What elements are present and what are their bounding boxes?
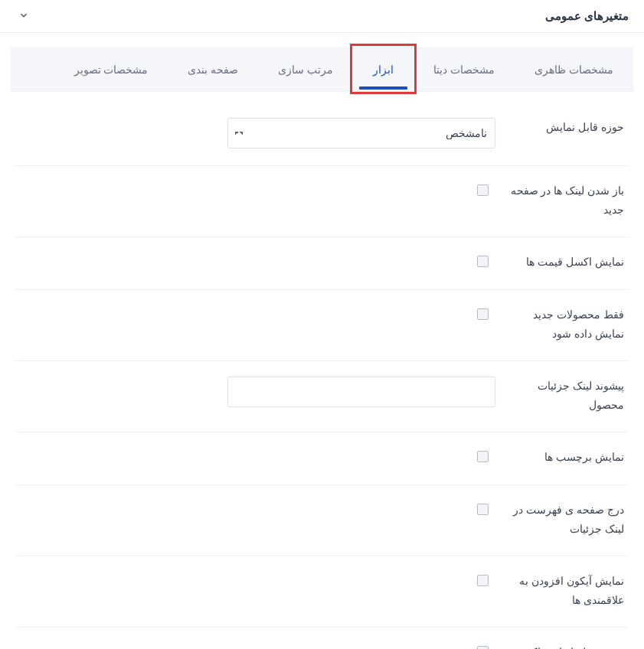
- chevron-down-icon: [18, 10, 29, 23]
- open-links-checkbox[interactable]: [477, 184, 489, 196]
- tab-label: صفحه بندی: [188, 64, 238, 76]
- label-display-scope: حوزه قابل نمایش: [509, 118, 624, 137]
- detail-link-prefix-input[interactable]: [227, 377, 495, 407]
- row-display-scope: حوزه قابل نمایش نامشخص: [15, 103, 629, 166]
- row-open-links-new-page: باز شدن لینک ها در صفحه جدید: [15, 166, 629, 237]
- ctrl-include-list: [474, 501, 495, 517]
- collapse-toggle[interactable]: [15, 8, 32, 24]
- label-show-wishlist-icon: نمایش آیکون افزودن به علاقمندی ها: [509, 572, 624, 610]
- price-excel-checkbox[interactable]: [477, 256, 489, 267]
- panel-header: متغیرهای عمومی: [0, 0, 644, 33]
- row-only-new-products: فقط محصولات جدید نمایش داده شود: [15, 290, 629, 361]
- tab-appearance[interactable]: مشخصات ظاهری: [515, 47, 633, 91]
- panel-title: متغیرهای عمومی: [545, 9, 629, 23]
- row-show-tags: نمایش برچسب ها: [15, 432, 629, 484]
- tab-label: مشخصات دیتا: [433, 64, 495, 76]
- ctrl-price-excel: [474, 253, 495, 269]
- label-include-list-page: درج صفحه ی فهرست در لینک جزئیات: [509, 501, 624, 539]
- tab-image[interactable]: مشخصات تصویر: [54, 47, 168, 91]
- tab-label: ابزار: [373, 64, 394, 76]
- label-ignore-subgroup-share: صرف نظر از اشتراک در زیر گروه ها: [509, 643, 624, 649]
- row-show-wishlist-icon: نمایش آیکون افزودن به علاقمندی ها: [15, 556, 629, 628]
- row-detail-link-prefix: پیشوند لینک جزئیات محصول: [15, 361, 629, 432]
- panel-body: مشخصات ظاهری مشخصات دیتا ابزار مرتب سازی…: [0, 33, 644, 649]
- label-show-tags: نمایش برچسب ها: [509, 448, 624, 467]
- ctrl-detail-prefix: [227, 377, 495, 407]
- ctrl-open-links: [474, 181, 495, 198]
- tabs: مشخصات ظاهری مشخصات دیتا ابزار مرتب سازی…: [11, 47, 633, 91]
- only-new-products-checkbox[interactable]: [477, 308, 489, 320]
- ctrl-only-new: [474, 305, 495, 322]
- ignore-subgroup-checkbox[interactable]: [477, 646, 489, 649]
- label-only-new-products: فقط محصولات جدید نمایش داده شود: [509, 305, 624, 344]
- row-show-price-excel: نمایش اکسل قیمت ها: [15, 237, 629, 289]
- label-show-price-excel: نمایش اکسل قیمت ها: [509, 253, 624, 272]
- tab-label: مشخصات تصویر: [74, 64, 149, 76]
- wishlist-icon-checkbox[interactable]: [477, 575, 489, 586]
- ctrl-display-scope: نامشخص: [227, 118, 495, 148]
- tab-sorting[interactable]: مرتب سازی: [258, 47, 353, 91]
- row-include-list-page: درج صفحه ی فهرست در لینک جزئیات: [15, 485, 629, 556]
- label-detail-link-prefix: پیشوند لینک جزئیات محصول: [509, 377, 624, 415]
- tab-label: مشخصات ظاهری: [534, 64, 613, 76]
- ctrl-subgroup: [474, 643, 495, 649]
- ctrl-show-tags: [474, 448, 495, 465]
- show-tags-checkbox[interactable]: [477, 451, 489, 462]
- tab-tools[interactable]: ابزار: [353, 47, 414, 91]
- form-content: حوزه قابل نمایش نامشخص باز شدن لینک ها د…: [11, 91, 633, 649]
- ctrl-wishlist: [474, 572, 495, 589]
- tab-label: مرتب سازی: [278, 64, 333, 76]
- display-scope-select[interactable]: نامشخص: [227, 118, 495, 148]
- tabs-container: مشخصات ظاهری مشخصات دیتا ابزار مرتب سازی…: [11, 47, 633, 91]
- include-list-page-checkbox[interactable]: [477, 504, 489, 515]
- tab-data[interactable]: مشخصات دیتا: [414, 47, 515, 91]
- label-open-links-new-page: باز شدن لینک ها در صفحه جدید: [509, 181, 624, 220]
- tab-pagination[interactable]: صفحه بندی: [168, 47, 258, 91]
- row-ignore-subgroup-share: صرف نظر از اشتراک در زیر گروه ها: [15, 628, 629, 649]
